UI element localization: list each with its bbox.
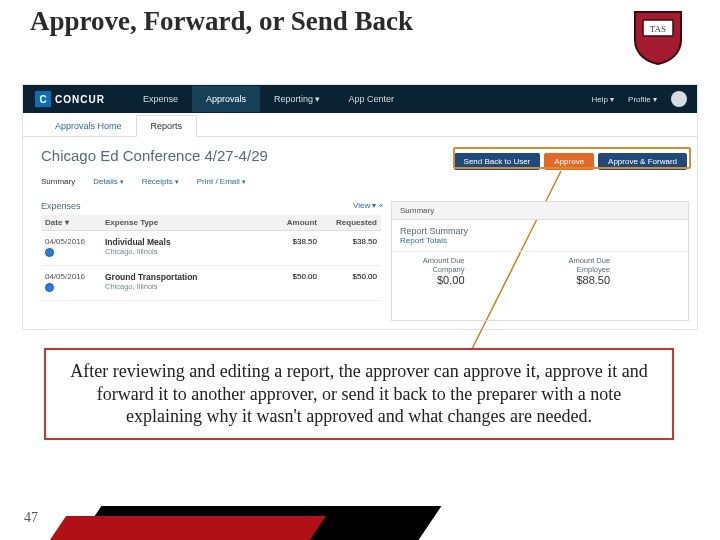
expense-table: Date ▾ Expense Type Amount Requested 04/…: [41, 215, 381, 301]
col-amount[interactable]: Amount: [261, 215, 321, 230]
due-company-value: $0.00: [400, 274, 465, 286]
svg-text:TAS: TAS: [650, 24, 666, 34]
tab-summary[interactable]: Summary: [41, 177, 75, 186]
slide-title: Approve, Forward, or Send Back: [30, 6, 413, 37]
row-loc: Chicago, Illinois: [105, 247, 158, 256]
help-link[interactable]: Help ▾: [591, 95, 614, 104]
row-date: 04/05/2016: [45, 272, 85, 281]
report-tabs: Summary Details Receipts Print / Email: [41, 177, 246, 186]
tab-print-email[interactable]: Print / Email: [197, 177, 246, 186]
due-employee-value: $88.50: [546, 274, 611, 286]
row-loc: Chicago, Illinois: [105, 282, 158, 291]
table-header: Date ▾ Expense Type Amount Requested: [41, 215, 381, 231]
page-number: 47: [24, 510, 38, 526]
slide-caption: After reviewing and editing a report, th…: [44, 348, 674, 440]
menu-approvals[interactable]: Approvals: [192, 86, 260, 112]
row-amount: $50.00: [261, 269, 321, 297]
row-requested: $38.50: [321, 234, 381, 262]
status-dot-icon: [45, 283, 54, 292]
row-date: 04/05/2016: [45, 237, 85, 246]
row-amount: $38.50: [261, 234, 321, 262]
due-company-label: Amount Due Company: [400, 256, 465, 274]
menu-reporting[interactable]: Reporting ▾: [260, 86, 335, 112]
col-date[interactable]: Date ▾: [41, 215, 101, 230]
summary-title: Report Summary: [392, 220, 688, 236]
app-brand: CONCUR: [55, 94, 105, 105]
menu-appcenter[interactable]: App Center: [334, 86, 408, 112]
profile-avatar-icon[interactable]: [671, 91, 687, 107]
status-dot-icon: [45, 248, 54, 257]
row-type: Individual Meals: [105, 237, 257, 247]
tab-details[interactable]: Details: [93, 177, 123, 186]
concur-logo-icon: C: [35, 91, 51, 107]
tab-receipts[interactable]: Receipts: [142, 177, 179, 186]
profile-link[interactable]: Profile ▾: [628, 95, 657, 104]
row-type: Ground Transportation: [105, 272, 257, 282]
summary-panel-head: Summary: [392, 202, 688, 220]
subnav-reports[interactable]: Reports: [136, 115, 198, 137]
subnav-approvals-home[interactable]: Approvals Home: [41, 116, 136, 136]
view-toggle[interactable]: View ▾ «: [353, 201, 383, 210]
row-requested: $50.00: [321, 269, 381, 297]
table-row[interactable]: 04/05/2016 Individual MealsChicago, Illi…: [41, 231, 381, 266]
decor-ribbon-red: [50, 516, 326, 540]
report-totals-link[interactable]: Report Totals: [392, 236, 688, 251]
expenses-heading: Expenses: [41, 201, 81, 211]
app-topbar: C CONCUR Expense Approvals Reporting ▾ A…: [23, 85, 697, 113]
due-employee-label: Amount Due Employee: [546, 256, 611, 274]
app-screenshot: C CONCUR Expense Approvals Reporting ▾ A…: [22, 84, 698, 330]
callout-highlight-box: [453, 147, 691, 169]
harvard-shield-icon: TAS: [632, 10, 684, 66]
col-type[interactable]: Expense Type: [101, 215, 261, 230]
col-requested[interactable]: Requested: [321, 215, 381, 230]
summary-panel: Summary Report Summary Report Totals Amo…: [391, 201, 689, 321]
menu-expense[interactable]: Expense: [129, 86, 192, 112]
sub-nav: Approvals Home Reports: [23, 113, 697, 137]
table-row[interactable]: 04/05/2016 Ground TransportationChicago,…: [41, 266, 381, 301]
